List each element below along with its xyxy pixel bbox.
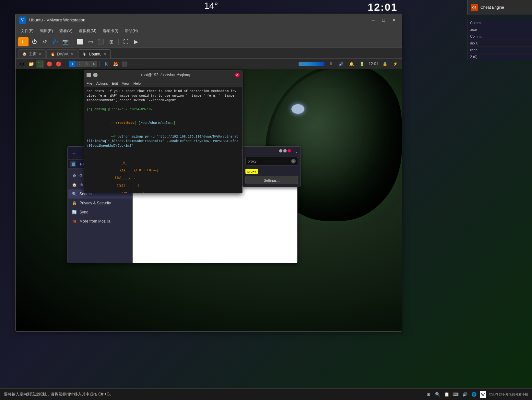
statusbar-icon-5[interactable]: 🔊 xyxy=(462,391,468,398)
statusbar-icon-6[interactable]: 🌐 xyxy=(471,391,477,398)
pause-button[interactable]: ⏸ xyxy=(18,37,29,46)
proxy-search-input[interactable]: proxy ✕ xyxy=(245,157,298,165)
workspace-1[interactable]: 1 xyxy=(69,61,76,67)
vmware-menubar: 文件(F) 编辑(E) 查看(V) 虚拟机(M) 选项卡(I) 帮助(H) xyxy=(16,26,402,36)
battery-icon[interactable]: 🔋 xyxy=(358,60,366,68)
cheat-engine-taskbar[interactable]: CE Cheat Engine xyxy=(467,0,532,15)
tab-dwva[interactable]: 🔥 DWVA ✕ xyxy=(46,49,77,58)
terminal-window: root@192: /usr/share/sqlmap ✕ File Actio… xyxy=(84,70,242,193)
mozilla-sidebar-icon: m xyxy=(72,219,77,224)
right-panel-item-4[interactable]: dio C xyxy=(467,40,532,47)
proxy-settings-button[interactable]: Settings... xyxy=(245,176,298,184)
terminal-maximize-dot xyxy=(93,73,98,77)
proxy-badge-text: proxy xyxy=(247,169,256,173)
tab-ubuntu[interactable]: 🐧 Ubuntu ✕ xyxy=(78,49,111,58)
menu-tab[interactable]: 选项卡(I) xyxy=(100,28,121,34)
bell-icon[interactable]: 🔔 xyxy=(348,60,356,68)
terminal-close-button[interactable]: ✕ xyxy=(235,73,240,77)
right-panel-item-6[interactable]: 2 (0) xyxy=(467,54,532,60)
menu-edit[interactable]: 编辑(E) xyxy=(37,28,55,34)
tab-ubuntu-label: Ubuntu xyxy=(89,52,101,56)
workspace-2[interactable]: 2 xyxy=(76,61,83,67)
menu-file[interactable]: 文件(F) xyxy=(18,28,36,34)
panel-close-btn[interactable] xyxy=(288,149,291,152)
sidebar-item-mozilla[interactable]: m More from Mozilla xyxy=(68,217,132,226)
dropdown-chevron-icon[interactable]: ⌄ xyxy=(295,149,298,154)
ubuntu-files-icon[interactable]: 📁 xyxy=(27,60,35,68)
sidebar-item-privacy[interactable]: 🔒 Privacy & Security xyxy=(68,199,132,208)
view-button-2[interactable]: ▭ xyxy=(86,37,95,46)
terminal-menu-actions[interactable]: Actions xyxy=(96,81,108,85)
menu-vm[interactable]: 虚拟机(M) xyxy=(76,28,99,34)
view-button-1[interactable]: ⬜ xyxy=(76,37,85,46)
view-button-3[interactable]: ⬛ xyxy=(96,37,105,46)
vmware-window-controls: ─ □ ✕ xyxy=(369,17,398,23)
firefox-taskbar-icon[interactable]: 🦊 xyxy=(112,60,119,68)
taskbar-clock: 12:01 xyxy=(369,62,378,66)
menu-view[interactable]: 查看(V) xyxy=(57,28,75,34)
maximize-button[interactable]: □ xyxy=(379,17,388,23)
terminal-menu-view[interactable]: View xyxy=(122,81,130,85)
terminal2-icon[interactable]: ⬛ xyxy=(121,60,128,68)
statusbar-icon-3[interactable]: 📋 xyxy=(443,391,450,398)
view-button-4[interactable]: ⊞ xyxy=(107,37,116,46)
right-panel-item-1[interactable]: Comm... xyxy=(467,19,532,26)
tab-ubuntu-close[interactable]: ✕ xyxy=(103,52,106,56)
volume-icon[interactable]: 🔊 xyxy=(337,60,345,68)
close-button[interactable]: ✕ xyxy=(389,17,398,23)
workspace-3[interactable]: 3 xyxy=(83,61,90,67)
terminal-menu: File Actions Edit View Help xyxy=(84,79,242,87)
tab-home-close[interactable]: ✕ xyxy=(39,52,41,56)
panel-controls xyxy=(279,149,291,152)
terminal-body[interactable]: ore tests. If you suspect that there is … xyxy=(84,87,242,193)
power-icon[interactable]: ⚡ xyxy=(391,60,399,68)
proxy-search-text: proxy xyxy=(248,159,291,163)
ubuntu-app-icon[interactable]: 🔴 xyxy=(45,60,53,68)
minimize-button[interactable]: ─ xyxy=(369,17,378,23)
lock-icon[interactable]: 🔒 xyxy=(381,60,389,68)
firefox-back-button[interactable]: ← xyxy=(70,149,78,157)
power-button[interactable]: ⏻ xyxy=(30,37,39,46)
tab-home[interactable]: 🏠 主页 ✕ xyxy=(18,49,46,58)
screenshot-button[interactable]: 📷 xyxy=(61,37,70,46)
statusbar-text: 要将输入定向到该虚拟机，请将鼠标指针移入其中或按 Ctrl+G。 xyxy=(4,392,423,397)
screen-icon[interactable]: 🖥 xyxy=(327,60,335,68)
terminal-menu-file[interactable]: File xyxy=(87,81,92,85)
panel-min-btn[interactable] xyxy=(279,149,282,152)
sidebar-item-sync[interactable]: 🔄 Sync xyxy=(68,208,132,217)
terminal-menu-help[interactable]: Help xyxy=(133,81,141,85)
fullscreen-button[interactable]: ⛶ xyxy=(121,37,130,46)
menu-help[interactable]: 帮助(H) xyxy=(122,28,141,34)
ubuntu-terminal-icon[interactable]: ⬛ xyxy=(36,60,44,68)
sidebar-mozilla-label: More from Mozilla xyxy=(79,219,110,224)
statusbar-icon-1[interactable]: ⊞ xyxy=(425,391,432,398)
vmware-icon: V xyxy=(19,17,26,24)
cheat-engine-label: Cheat Engine xyxy=(480,5,504,10)
statusbar-icon-7[interactable]: W xyxy=(480,391,486,398)
statusbar-right: ⊞ 🔍 📋 ⌨ 🔊 🌐 W CSDN @不知名的可爱小猪 xyxy=(425,391,528,398)
vmware-titlebar: V Ubuntu - VMware Workstation ─ □ ✕ xyxy=(16,14,402,26)
firefox-proxy-panel: ⌄ proxy ✕ proxy Set xyxy=(242,146,301,187)
right-panel-item-3[interactable]: Comm... xyxy=(467,33,532,40)
terminal-menu-edit[interactable]: Edit xyxy=(112,81,118,85)
right-panel-item-5[interactable]: ller.e xyxy=(467,47,532,54)
toolbar-sep-1 xyxy=(73,39,73,45)
taskbar-right-area: 🖥 🔊 🔔 🔋 12:01 🔒 ⚡ xyxy=(299,60,399,68)
restart-button[interactable]: ↺ xyxy=(40,37,49,46)
statusbar-icon-2[interactable]: 🔍 xyxy=(434,391,441,398)
tab-dwva-close[interactable]: ✕ xyxy=(70,52,73,56)
statusbar-icon-4[interactable]: ⌨ xyxy=(453,391,459,398)
ubuntu-app2-icon[interactable]: 🔴 xyxy=(54,60,62,68)
kali-taskbar-icon[interactable]: K xyxy=(102,60,110,68)
settings-button[interactable]: ▶ xyxy=(132,37,141,46)
clear-search-icon[interactable]: ✕ xyxy=(291,159,296,164)
workspace-4[interactable]: 4 xyxy=(90,61,97,67)
panel-max-btn[interactable] xyxy=(283,149,287,152)
ubuntu-settings-icon[interactable]: ⚙ xyxy=(18,60,26,68)
right-panel-item-2[interactable]: .exe xyxy=(467,26,532,33)
terminal-line-4 xyxy=(87,103,240,107)
desktop-clock: 12:01 xyxy=(368,0,397,15)
suspend-button[interactable]: 💤 xyxy=(51,37,60,46)
sidebar-privacy-label: Privacy & Security xyxy=(79,201,111,205)
search-sidebar-icon: 🔍 xyxy=(72,191,77,197)
